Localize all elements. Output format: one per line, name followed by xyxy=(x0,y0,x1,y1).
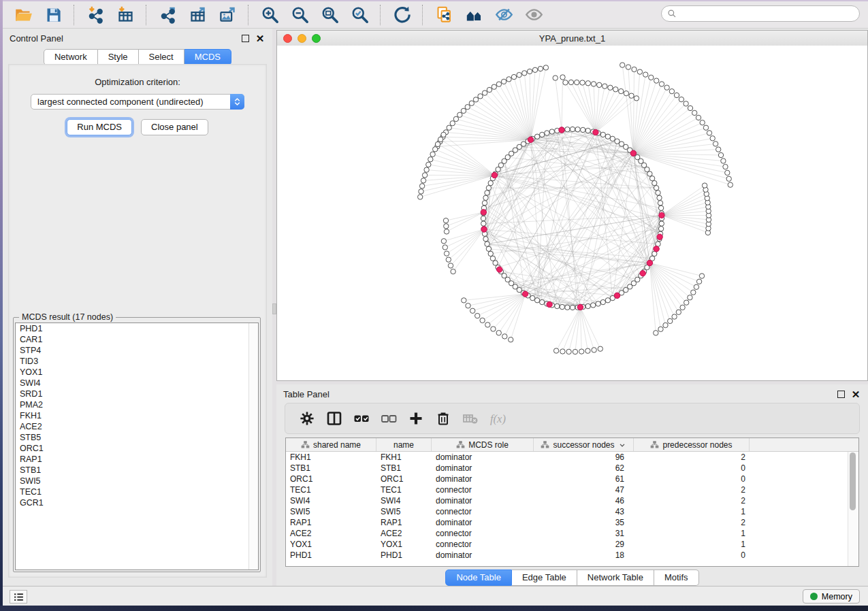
column-header-role[interactable]: MCDS role xyxy=(432,438,534,451)
mcds-result-item[interactable]: STP4 xyxy=(16,345,258,356)
column-header-name[interactable]: name xyxy=(376,438,432,451)
mcds-result-item[interactable]: STB1 xyxy=(16,465,258,476)
select-stepper-icon xyxy=(230,94,244,110)
add-column-icon xyxy=(408,410,424,427)
table-row[interactable]: STB1STB1dominator620 xyxy=(286,463,858,474)
select-all-button[interactable] xyxy=(348,406,375,431)
table-panel-title: Table Panel xyxy=(283,389,831,399)
table-row[interactable]: FKH1FKH1dominator962 xyxy=(286,452,858,463)
tab-network-table[interactable]: Network Table xyxy=(577,569,654,586)
tab-edge-table[interactable]: Edge Table xyxy=(512,569,577,586)
optimization-criterion-select[interactable]: largest connected component (undirected) xyxy=(31,94,244,110)
search-input[interactable] xyxy=(681,8,854,19)
export-table-button[interactable] xyxy=(183,3,212,27)
mcds-result-item[interactable]: CAR1 xyxy=(16,334,258,345)
mcds-result-item[interactable]: GCR1 xyxy=(16,497,258,508)
delete-table-icon xyxy=(462,410,479,427)
table-row[interactable]: TEC1TEC1connector472 xyxy=(286,484,858,495)
zoom-in-button[interactable] xyxy=(255,3,284,27)
mcds-result-list[interactable]: PHD1CAR1STP4TID3YOX1SWI4SRD1PMA2FKH1ACE2… xyxy=(15,323,259,570)
cell-role: dominator xyxy=(432,452,534,463)
table-row[interactable]: ACE2ACE2connector311 xyxy=(286,528,858,539)
column-header-predecessors[interactable]: predecessor nodes xyxy=(634,438,750,451)
table-panel-close-button[interactable]: ✕ xyxy=(850,389,861,399)
tab-network[interactable]: Network xyxy=(44,49,98,65)
cell-successors: 29 xyxy=(534,539,634,550)
control-panel-float-button[interactable] xyxy=(240,33,251,44)
hide-selected-button[interactable] xyxy=(489,3,518,27)
mcds-result-item[interactable]: ACE2 xyxy=(16,421,258,432)
cell-shared_name: STB1 xyxy=(286,463,376,474)
delete-column-button[interactable] xyxy=(430,406,457,431)
cell-name: SWI5 xyxy=(376,506,432,517)
deselect-all-button[interactable] xyxy=(375,406,402,431)
zoom-out-button[interactable] xyxy=(285,3,314,27)
tab-style[interactable]: Style xyxy=(98,49,139,65)
export-network-icon xyxy=(159,5,177,24)
mcds-result-item[interactable]: TEC1 xyxy=(16,486,258,497)
table-panel-float-button[interactable] xyxy=(835,389,846,399)
cell-shared_name: PHD1 xyxy=(286,550,376,561)
tab-node-table[interactable]: Node Table xyxy=(445,569,512,586)
control-panel-close-button[interactable]: ✕ xyxy=(255,33,266,44)
column-header-shared_name[interactable]: shared name xyxy=(286,438,376,451)
settings-button[interactable] xyxy=(293,406,321,431)
mcds-result-item[interactable]: SWI4 xyxy=(16,378,258,389)
mcds-result-item[interactable]: YOX1 xyxy=(16,367,258,378)
show-panels-button[interactable] xyxy=(10,590,27,604)
desktop-wallpaper-bottom xyxy=(0,606,868,611)
zoom-selected-button[interactable] xyxy=(345,3,374,27)
run-mcds-button[interactable]: Run MCDS xyxy=(67,119,132,135)
column-header-successors[interactable]: successor nodes xyxy=(534,438,634,451)
table-row[interactable]: ORC1ORC1dominator610 xyxy=(286,474,858,484)
export-image-button[interactable] xyxy=(213,3,242,27)
import-table-button[interactable] xyxy=(111,3,140,27)
function-builder-button: f(x) xyxy=(484,406,511,431)
mcds-result-item[interactable]: RAP1 xyxy=(16,454,258,465)
search-box[interactable] xyxy=(661,5,860,22)
mcds-result-item[interactable]: PHD1 xyxy=(16,323,258,334)
cell-name: ACE2 xyxy=(376,528,432,539)
control-panel: Control Panel ✕ NetworkStyleSelectMCDS O… xyxy=(3,29,272,586)
show-all-button[interactable] xyxy=(519,3,548,27)
table-row[interactable]: YOX1YOX1connector291 xyxy=(286,539,858,550)
table-row[interactable]: SWI4SWI4dominator462 xyxy=(286,495,858,506)
attribute-type-icon xyxy=(301,440,310,449)
cell-shared_name: SWI4 xyxy=(286,495,376,506)
open-session-button[interactable] xyxy=(9,3,37,27)
network-canvas[interactable] xyxy=(277,46,867,380)
first-neighbors-button[interactable] xyxy=(460,3,488,27)
table-scrollbar[interactable] xyxy=(848,452,858,566)
add-column-button[interactable] xyxy=(402,406,430,431)
mcds-result-item[interactable]: STB5 xyxy=(16,432,258,443)
import-network-button[interactable] xyxy=(81,3,110,27)
refresh-view-button[interactable] xyxy=(387,3,416,27)
save-session-button[interactable] xyxy=(39,3,67,27)
tab-mcds[interactable]: MCDS xyxy=(184,49,231,65)
mcds-result-item[interactable]: TID3 xyxy=(16,356,258,367)
export-network-button[interactable] xyxy=(153,3,182,27)
zoom-fit-button[interactable] xyxy=(315,3,344,27)
duplicate-network-button[interactable] xyxy=(430,3,458,27)
close-panel-button[interactable]: Close panel xyxy=(141,119,208,135)
mcds-result-item[interactable]: SWI5 xyxy=(16,476,258,486)
tab-select[interactable]: Select xyxy=(139,49,184,65)
mcds-result-item[interactable]: ORC1 xyxy=(16,443,258,454)
search-icon xyxy=(667,9,677,18)
node-table-body: FKH1FKH1dominator962STB1STB1dominator620… xyxy=(286,452,858,561)
table-row[interactable]: SWI5SWI5connector431 xyxy=(286,506,858,517)
column-label: shared name xyxy=(313,440,361,450)
mcds-list-scrollbar[interactable] xyxy=(248,323,258,569)
table-row[interactable]: PHD1PHD1dominator180 xyxy=(286,550,858,561)
mcds-result-item[interactable]: SRD1 xyxy=(16,389,258,399)
memory-button[interactable]: Memory xyxy=(803,589,860,604)
tab-motifs[interactable]: Motifs xyxy=(654,569,699,586)
network-graph[interactable] xyxy=(277,46,867,380)
cell-predecessors: 0 xyxy=(634,463,750,474)
split-view-button[interactable] xyxy=(321,406,348,431)
mcds-result-item[interactable]: FKH1 xyxy=(16,410,258,421)
mcds-result-item[interactable]: PMA2 xyxy=(16,399,258,410)
table-scrollbar-thumb[interactable] xyxy=(850,452,856,510)
refresh-view-icon xyxy=(393,5,411,24)
table-row[interactable]: RAP1RAP1dominator352 xyxy=(286,517,858,528)
